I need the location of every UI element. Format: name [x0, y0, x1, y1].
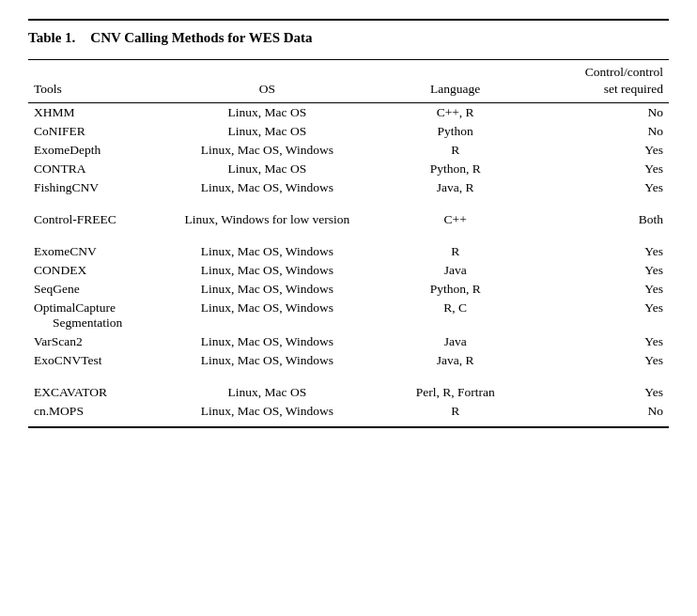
cell-control: Both: [536, 210, 669, 229]
row-spacer: [28, 197, 669, 210]
col-header-control: Control/controlset required: [536, 60, 669, 103]
cell-os: Linux, Mac OS, Windows: [161, 261, 374, 280]
table-row: Control-FREECLinux, Windows for low vers…: [28, 210, 669, 229]
page-container: Table 1. CNV Calling Methods for WES Dat…: [0, 0, 697, 616]
cell-control: Yes: [536, 351, 669, 370]
table-row: OptimalCaptureSegmentationLinux, Mac OS,…: [28, 299, 669, 332]
cell-tools: VarScan2: [28, 332, 161, 351]
table-row: ExomeCNVLinux, Mac OS, WindowsRYes: [28, 242, 669, 261]
cell-language: Java, R: [374, 351, 536, 370]
cell-control: Yes: [536, 261, 669, 280]
cell-tools: SeqGene: [28, 280, 161, 299]
cell-tools: ExoCNVTest: [28, 351, 161, 370]
cell-tools: cn.MOPS: [28, 402, 161, 421]
cell-os: Linux, Mac OS: [161, 122, 374, 141]
cell-os: Linux, Mac OS, Windows: [161, 280, 374, 299]
cell-control: Yes: [536, 160, 669, 178]
table-row: XHMMLinux, Mac OSC++, RNo: [28, 103, 669, 123]
cell-language: R, C: [374, 299, 536, 332]
cell-os: Linux, Mac OS: [161, 383, 374, 402]
cell-language: Python: [374, 122, 536, 141]
cell-tools: ExomeDepth: [28, 141, 161, 160]
cell-language: Java: [374, 261, 536, 280]
cell-tools: FishingCNV: [28, 178, 161, 197]
cell-tools: CONTRA: [28, 160, 161, 178]
cell-tools: ExomeCNV: [28, 242, 161, 261]
cell-language: C++: [374, 210, 536, 229]
table-label: Table 1.: [28, 30, 75, 46]
table-row: ExoCNVTestLinux, Mac OS, WindowsJava, RY…: [28, 351, 669, 370]
cell-os: Linux, Mac OS: [161, 160, 374, 178]
cell-tools: XHMM: [28, 103, 161, 123]
cell-os: Linux, Mac OS: [161, 103, 374, 123]
cell-language: Python, R: [374, 280, 536, 299]
table-row: FishingCNVLinux, Mac OS, WindowsJava, RY…: [28, 178, 669, 197]
cell-control: Yes: [536, 242, 669, 261]
cell-os: Linux, Windows for low version: [161, 210, 374, 229]
table-header-row: Tools OS Language Control/controlset req…: [28, 60, 669, 103]
cell-language: R: [374, 242, 536, 261]
cell-language: C++, R: [374, 103, 536, 123]
cell-os: Linux, Mac OS, Windows: [161, 141, 374, 160]
cell-control: Yes: [536, 383, 669, 402]
cell-language: Java: [374, 332, 536, 351]
col-header-language: Language: [374, 60, 536, 103]
cell-tools: OptimalCaptureSegmentation: [28, 299, 161, 332]
table-row: SeqGeneLinux, Mac OS, WindowsPython, RYe…: [28, 280, 669, 299]
table-row: cn.MOPSLinux, Mac OS, WindowsRNo: [28, 402, 669, 421]
cell-language: R: [374, 402, 536, 421]
row-spacer: [28, 370, 669, 383]
table-bottom-border: [28, 426, 669, 428]
cell-tools: EXCAVATOR: [28, 383, 161, 402]
cell-tools: Control-FREEC: [28, 210, 161, 229]
cell-os: Linux, Mac OS, Windows: [161, 332, 374, 351]
cell-os: Linux, Mac OS, Windows: [161, 351, 374, 370]
cell-language: Python, R: [374, 160, 536, 178]
cell-os: Linux, Mac OS, Windows: [161, 242, 374, 261]
cell-tools: CONDEX: [28, 261, 161, 280]
col-header-os: OS: [161, 60, 374, 103]
cell-os: Linux, Mac OS, Windows: [161, 402, 374, 421]
cell-control: No: [536, 402, 669, 421]
table-row: EXCAVATORLinux, Mac OSPerl, R, FortranYe…: [28, 383, 669, 402]
cell-os: Linux, Mac OS, Windows: [161, 178, 374, 197]
cnv-table: Tools OS Language Control/controlset req…: [28, 59, 669, 421]
table-title-row: Table 1. CNV Calling Methods for WES Dat…: [28, 19, 669, 55]
table-row: ExomeDepthLinux, Mac OS, WindowsRYes: [28, 141, 669, 160]
table-row: CONTRALinux, Mac OSPython, RYes: [28, 160, 669, 178]
cell-control: No: [536, 103, 669, 123]
col-header-tools: Tools: [28, 60, 161, 103]
table-row: VarScan2Linux, Mac OS, WindowsJavaYes: [28, 332, 669, 351]
cell-control: Yes: [536, 280, 669, 299]
cell-os: Linux, Mac OS, Windows: [161, 299, 374, 332]
table-row: CONDEXLinux, Mac OS, WindowsJavaYes: [28, 261, 669, 280]
cell-control: Yes: [536, 178, 669, 197]
cell-control: Yes: [536, 141, 669, 160]
table-title: CNV Calling Methods for WES Data: [90, 30, 312, 46]
table-row: CoNIFERLinux, Mac OSPythonNo: [28, 122, 669, 141]
row-spacer: [28, 229, 669, 242]
cell-language: Java, R: [374, 178, 536, 197]
cell-language: Perl, R, Fortran: [374, 383, 536, 402]
cell-language: R: [374, 141, 536, 160]
cell-tools: CoNIFER: [28, 122, 161, 141]
cell-control: Yes: [536, 299, 669, 332]
cell-control: No: [536, 122, 669, 141]
cell-control: Yes: [536, 332, 669, 351]
